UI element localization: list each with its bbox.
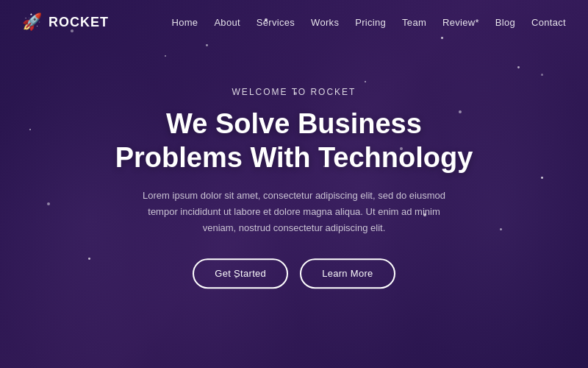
- hero-subtitle: WELCOME TO ROCKET: [103, 87, 485, 97]
- logo-icon: 🚀: [22, 13, 43, 32]
- nav-link-team[interactable]: Team: [402, 17, 426, 28]
- nav-item-services: Services: [257, 15, 295, 29]
- nav-item-review: Review*: [442, 15, 479, 29]
- get-started-button[interactable]: Get Started: [193, 259, 288, 289]
- nav-link-review[interactable]: Review*: [442, 17, 479, 28]
- nav-item-contact: Contact: [531, 15, 566, 29]
- nav-links: HomeAboutServicesWorksPricingTeamReview*…: [171, 15, 566, 29]
- navbar: 🚀 ROCKET HomeAboutServicesWorksPricingTe…: [0, 0, 588, 44]
- nav-link-about[interactable]: About: [214, 17, 240, 28]
- star-1: [165, 55, 166, 57]
- logo-text: ROCKET: [49, 15, 109, 30]
- learn-more-button[interactable]: Learn More: [300, 259, 395, 289]
- nav-item-pricing: Pricing: [355, 15, 386, 29]
- nav-item-home: Home: [171, 15, 198, 29]
- hero-title-line2: Problems With Technology: [115, 142, 473, 173]
- star-10: [47, 202, 50, 205]
- nav-link-blog[interactable]: Blog: [495, 17, 515, 28]
- logo[interactable]: 🚀 ROCKET: [22, 13, 109, 32]
- hero-title: We Solve Business Problems With Technolo…: [103, 107, 485, 174]
- hero-buttons: Get Started Learn More: [103, 259, 485, 289]
- nav-item-blog: Blog: [495, 15, 515, 29]
- nav-link-pricing[interactable]: Pricing: [355, 17, 386, 28]
- star-15: [206, 44, 208, 46]
- star-18: [541, 74, 543, 76]
- star-11: [500, 228, 502, 230]
- nav-link-works[interactable]: Works: [311, 17, 339, 28]
- nav-link-home[interactable]: Home: [171, 17, 198, 28]
- star-9: [541, 177, 543, 179]
- star-5: [517, 66, 520, 68]
- star-3: [365, 81, 366, 82]
- nav-item-works: Works: [311, 15, 339, 29]
- nav-link-services[interactable]: Services: [257, 17, 295, 28]
- hero-content: WELCOME TO ROCKET We Solve Business Prob…: [103, 87, 485, 289]
- hero-title-line1: We Solve Business: [166, 108, 422, 139]
- hero-description: Lorem ipsum dolor sit amet, consectetur …: [140, 188, 448, 236]
- nav-link-contact[interactable]: Contact: [531, 17, 566, 28]
- star-12: [88, 258, 90, 260]
- nav-item-team: Team: [402, 15, 426, 29]
- nav-item-about: About: [214, 15, 240, 29]
- star-6: [29, 129, 31, 130]
- hero-section: 🚀 ROCKET HomeAboutServicesWorksPricingTe…: [0, 0, 588, 368]
